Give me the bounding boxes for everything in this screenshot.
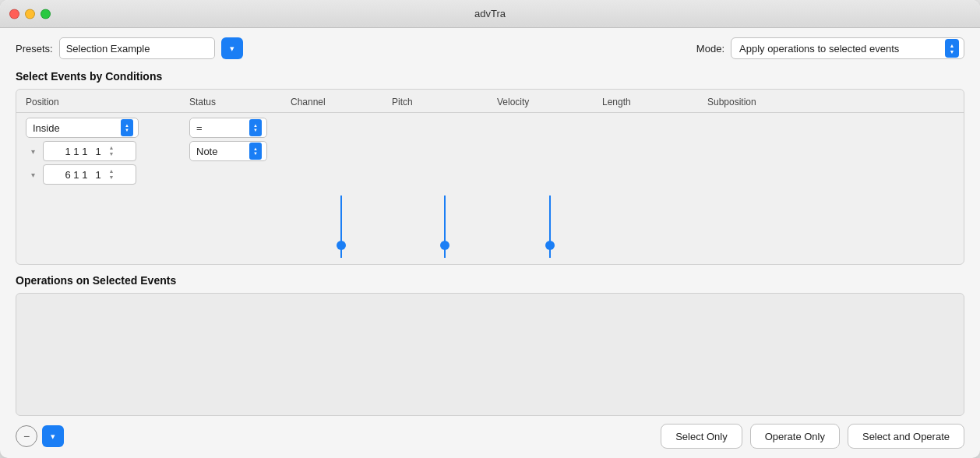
pos-down-icon[interactable]: ▼ [109,151,115,157]
bottom-right-controls: Select Only Operate Only Select and Oper… [661,424,964,449]
mode-group: Mode: Apply operations to selected event… [696,37,964,59]
inside-spinner[interactable]: ▲ ▼ [121,119,133,136]
channel-thumb[interactable] [337,241,346,250]
events-table: Position Status Channel Pitch Velocity [16,89,964,265]
bottom-bar: − ▾ Select Only Operate Only Select and … [16,416,964,449]
position-numbox[interactable]: 1 1 1 1 ▲ ▼ [43,141,136,161]
pos-up-icon[interactable]: ▲ [109,145,115,151]
status-col-row2: Note ▲ ▼ [189,141,291,161]
mode-select-text: Apply operations to selected events [739,43,945,55]
position-numbox2[interactable]: 6 1 1 1 ▲ ▼ [43,164,136,185]
operations-header: Operations on Selected Events [16,274,964,287]
eq-spinner[interactable]: ▲ ▼ [249,119,262,136]
add-chevron-icon: ▾ [51,432,55,442]
presets-group: Presets: ▾ [16,37,243,59]
velocity-track [549,196,551,258]
col-header-position: Position [26,96,189,107]
pos-num-row: ▾ 1 1 1 1 ▲ ▼ [26,141,189,161]
note-spinner[interactable]: ▲ ▼ [249,143,262,160]
note-spinner-down-icon: ▼ [253,151,258,156]
note-select-text: Note [196,146,249,157]
pos-num-text: 1 1 1 [65,146,87,157]
pos-last-num: 1 [95,146,100,157]
velocity-header-label: Velocity [497,97,529,107]
status-col-row1: = ▲ ▼ [189,118,291,138]
table-row: Inside ▲ ▼ = ▲ [26,118,954,138]
table-row-area: Inside ▲ ▼ = ▲ [16,113,964,192]
table-row: ▾ 1 1 1 1 ▲ ▼ [26,141,954,161]
window-title: advTra [474,8,506,19]
col-header-length: Length [602,96,707,107]
pitch-thumb[interactable] [440,241,449,250]
bottom-left-controls: − ▾ [16,425,64,447]
velocity-slider[interactable] [549,196,551,258]
pitch-track [444,196,446,258]
chevron-down-icon: ▾ [230,44,234,54]
main-window: advTra Presets: ▾ Mode: Apply operations… [0,0,980,458]
main-content: Presets: ▾ Mode: Apply operations to sel… [0,28,980,458]
maximize-button[interactable] [41,9,51,19]
select-events-header: Select Events by Conditions [16,70,964,83]
pitch-slider-col [392,196,497,258]
col-header-subposition: Subposition [707,96,954,107]
inside-spinner-down-icon: ▼ [125,128,129,132]
channel-slider[interactable] [340,196,342,258]
subposition-header-label: Subposition [707,97,756,107]
row2-collapse-button[interactable]: ▾ [26,164,40,185]
pos-stepper[interactable]: ▲ ▼ [109,145,115,158]
position-col-row1: Inside ▲ ▼ [26,118,189,138]
presets-label: Presets: [16,43,53,55]
position-header-label: Position [26,97,59,107]
status-header-label: Status [189,97,216,107]
pos-down-icon2[interactable]: ▼ [109,174,115,181]
position-slider-spacer [26,196,189,258]
col-header-channel: Channel [291,96,392,107]
inside-select[interactable]: Inside ▲ ▼ [26,118,139,138]
mode-label: Mode: [696,43,724,55]
note-select[interactable]: Note ▲ ▼ [189,141,267,161]
table-row: ▾ 6 1 1 1 ▲ ▼ [26,164,954,185]
operate-only-button[interactable]: Operate Only [750,424,840,449]
mode-select-wrap[interactable]: Apply operations to selected events ▲ ▼ [731,37,964,59]
traffic-lights [9,9,51,19]
inside-select-text: Inside [33,122,121,134]
eq-select[interactable]: = ▲ ▼ [189,118,267,138]
select-only-button[interactable]: Select Only [661,424,742,449]
add-dropdown-button[interactable]: ▾ [42,425,64,447]
position-col-row2: ▾ 1 1 1 1 ▲ ▼ [26,141,189,161]
close-button[interactable] [9,9,19,19]
preset-dropdown-button[interactable]: ▾ [221,37,243,59]
velocity-thumb[interactable] [545,241,555,250]
top-bar: Presets: ▾ Mode: Apply operations to sel… [16,37,964,59]
channel-slider-col [291,196,392,258]
eq-spinner-down-icon: ▼ [253,128,258,132]
col-header-pitch: Pitch [392,96,497,107]
col-header-velocity: Velocity [497,96,602,107]
operations-section: Operations on Selected Events [16,274,964,416]
minimize-button[interactable] [25,9,35,19]
select-events-section: Select Events by Conditions Position Sta… [16,70,964,416]
col-header-status: Status [189,96,291,107]
position-col-row3: ▾ 6 1 1 1 ▲ ▼ [26,164,189,185]
spinner-up-icon: ▲ [950,43,955,48]
remove-button[interactable]: − [16,425,37,447]
minus-icon: − [23,430,30,442]
pos-last-num2: 1 [95,169,100,181]
sliders-area [16,196,964,264]
spinner-down-icon: ▼ [950,49,955,55]
operations-area [16,293,964,416]
length-header-label: Length [602,97,631,107]
pitch-header-label: Pitch [392,97,413,107]
pos-num-text2: 6 1 1 [65,169,87,181]
pos-num-row2: ▾ 6 1 1 1 ▲ ▼ [26,164,189,185]
table-header: Position Status Channel Pitch Velocity [16,96,964,113]
preset-input[interactable] [59,37,215,59]
pos-stepper2[interactable]: ▲ ▼ [109,168,115,181]
pitch-slider[interactable] [444,196,446,258]
select-and-operate-button[interactable]: Select and Operate [848,424,964,449]
pos-up-icon2[interactable]: ▲ [109,168,115,174]
channel-header-label: Channel [291,97,326,107]
row-collapse-button[interactable]: ▾ [26,141,40,161]
mode-spinner[interactable]: ▲ ▼ [945,39,959,58]
eq-select-text: = [196,122,249,134]
